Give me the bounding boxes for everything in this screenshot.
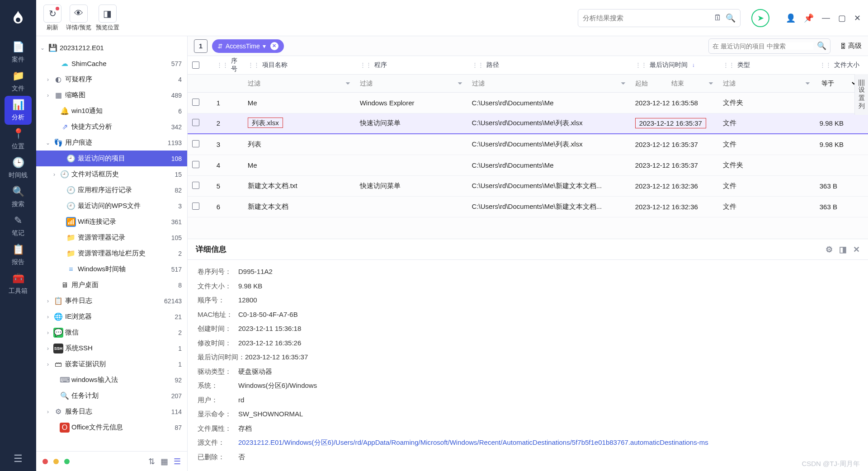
configure-columns[interactable]: ||||设置列 <box>854 74 868 115</box>
table-row[interactable]: 5新建文本文档.txt快速访问菜单C:\Users\rd\Documents\M… <box>188 175 868 196</box>
tree-item[interactable]: ›🗃嵌套证据识别1 <box>36 356 187 372</box>
funnel-icon[interactable]: ⏷ <box>708 80 714 87</box>
traffic-red-icon[interactable] <box>42 459 48 464</box>
drag-handle-icon[interactable]: ⋮⋮ <box>723 61 735 68</box>
row-checkbox[interactable] <box>192 161 199 168</box>
table-row[interactable]: 6新建文本文档C:\Users\rd\Documents\Me\新建文本文档..… <box>188 196 868 217</box>
column-header[interactable]: 程序 <box>374 61 387 69</box>
tree-item[interactable]: 🕘最近访问的项目108 <box>36 151 187 166</box>
rail-item-4[interactable]: 🕒时间线 <box>5 154 32 183</box>
table-row[interactable]: 1MeWindows ExplorerC:\Users\rd\Documents… <box>188 92 868 113</box>
pin-icon[interactable]: 📌 <box>804 13 814 23</box>
traffic-green-icon[interactable] <box>64 459 70 464</box>
filter-start[interactable] <box>635 80 669 87</box>
row-checkbox[interactable] <box>192 140 199 147</box>
global-search-input[interactable] <box>583 14 710 22</box>
funnel-icon[interactable]: ⏷ <box>805 80 811 87</box>
tree-item[interactable]: 🔍任务计划207 <box>36 388 187 404</box>
tree-item[interactable]: ⌄👣用户痕迹1193 <box>36 135 187 151</box>
detail-body[interactable]: 卷序列号：D995-11A2文件大小：9.98 KB顺序号：12800MAC地址… <box>188 260 868 471</box>
rail-item-0[interactable]: 📄案件 <box>5 38 32 67</box>
tree-item[interactable]: 🖥用户桌面8 <box>36 277 187 293</box>
tree-root[interactable]: ⌄ 💾 20231212.E01 <box>36 40 187 56</box>
sort-pill[interactable]: ⇵ AccessTime ▾ ✕ <box>212 39 284 53</box>
local-search-input[interactable] <box>712 42 813 50</box>
drag-handle-icon[interactable]: ⋮⋮ <box>217 61 228 68</box>
detail-preview-button[interactable]: 👁 <box>70 5 88 23</box>
tree-item[interactable]: ›◐可疑程序4 <box>36 71 187 87</box>
column-filter-input[interactable] <box>360 80 454 87</box>
tree-item[interactable]: 📁资源管理器地址栏历史2 <box>36 245 187 261</box>
refresh-button[interactable]: ↻ <box>43 5 61 23</box>
column-header[interactable]: 项目名称 <box>262 61 288 69</box>
advanced-button[interactable]: 🎛 高级 <box>840 42 862 50</box>
user-icon[interactable]: 👤 <box>786 13 796 23</box>
drag-handle-icon[interactable]: ⋮⋮ <box>635 61 647 68</box>
rail-item-7[interactable]: 📋报告 <box>5 240 32 269</box>
tree-item[interactable]: ›📋事件日志62143 <box>36 293 187 309</box>
pill-close-icon[interactable]: ✕ <box>270 42 278 50</box>
drag-handle-icon[interactable]: ⋮⋮ <box>820 61 831 68</box>
drag-handle-icon[interactable]: ⋮⋮ <box>472 61 484 68</box>
grid-icon[interactable]: ▦ <box>160 457 168 466</box>
rail-item-6[interactable]: ✎笔记 <box>5 212 32 240</box>
tree-item[interactable]: ⇗快捷方式分析342 <box>36 119 187 135</box>
rail-item-3[interactable]: 📍位置 <box>5 125 32 154</box>
filter-end[interactable] <box>671 80 705 87</box>
hamburger-icon[interactable]: ☰ <box>14 453 23 465</box>
tree-item[interactable]: OOffice文件元信息87 <box>36 419 187 435</box>
tree-scroll[interactable]: ⌄ 💾 20231212.E01 ☁ShimCache577›◐可疑程序4›▦缩… <box>36 36 187 451</box>
calendar-icon[interactable]: 🗓 <box>714 13 722 23</box>
filter-icon[interactable]: ⇅ <box>148 457 155 466</box>
maximize-icon[interactable]: ▢ <box>838 13 846 23</box>
select-all-checkbox[interactable] <box>192 61 199 69</box>
tab-chip[interactable]: 1 <box>194 39 208 53</box>
tree-item[interactable]: ≡Windows时间轴517 <box>36 261 187 277</box>
rail-item-1[interactable]: 📁文件 <box>5 67 32 96</box>
minimize-icon[interactable]: — <box>822 13 830 23</box>
row-checkbox[interactable] <box>192 119 199 126</box>
tree-item[interactable]: ☁ShimCache577 <box>36 56 187 71</box>
tree-item[interactable]: ›SSH系统SSH1 <box>36 340 187 356</box>
gear-icon[interactable]: ⚙ <box>826 245 833 254</box>
rail-item-8[interactable]: 🧰工具箱 <box>5 269 32 298</box>
preview-position-button[interactable]: ◨ <box>99 5 117 23</box>
funnel-icon[interactable]: ⏷ <box>345 80 351 87</box>
column-header[interactable]: 类型 <box>737 61 750 69</box>
rail-item-2[interactable]: 📊分析 <box>5 96 32 125</box>
search-icon[interactable]: 🔍 <box>726 13 736 23</box>
column-filter-input[interactable] <box>472 80 618 87</box>
funnel-icon[interactable]: ⏷ <box>457 80 463 87</box>
tree-item[interactable]: 📁资源管理器记录105 <box>36 230 187 245</box>
tree-item[interactable]: ›⚙服务日志114 <box>36 404 187 419</box>
tree-item[interactable]: ›💬微信2 <box>36 325 187 340</box>
column-filter-input[interactable] <box>248 80 342 87</box>
global-search[interactable]: 🗓 🔍 <box>578 9 741 27</box>
detail-value[interactable]: 20231212.E01/Windows(分区6)/Users/rd/AppDa… <box>238 438 708 446</box>
list-icon[interactable]: ☰ <box>174 457 181 466</box>
tree-item[interactable]: 📶Wifi连接记录361 <box>36 214 187 230</box>
tree-item[interactable]: 🕘最近访问的WPS文件3 <box>36 198 187 214</box>
tree-item[interactable]: ⌨windows输入法92 <box>36 372 187 388</box>
tree-item[interactable]: 🕘应用程序运行记录82 <box>36 182 187 198</box>
rail-item-5[interactable]: 🔍搜索 <box>5 183 32 212</box>
close-icon[interactable]: ✕ <box>854 13 861 23</box>
column-header[interactable]: 文件大小 <box>834 61 859 69</box>
panel-layout-icon[interactable]: ◨ <box>839 245 847 254</box>
table-row[interactable]: 2列表.xlsx快速访问菜单C:\Users\rd\Documents\Me\列… <box>188 113 868 134</box>
send-button[interactable]: ➤ <box>751 9 769 27</box>
drag-handle-icon[interactable]: ⋮⋮ <box>248 61 259 68</box>
tree-item[interactable]: ›▦缩略图489 <box>36 87 187 103</box>
row-checkbox[interactable] <box>192 99 199 106</box>
table-row[interactable]: 3列表C:\Users\rd\Documents\Me\列表.xlsx2023-… <box>188 134 868 155</box>
column-header[interactable]: 路径 <box>486 61 499 69</box>
column-filter-input[interactable] <box>723 80 802 87</box>
tree-item[interactable]: ›🌐IE浏览器21 <box>36 309 187 325</box>
funnel-icon[interactable]: ⏷ <box>620 80 626 87</box>
tree-item[interactable]: 🔔win10通知6 <box>36 103 187 119</box>
tree-item[interactable]: ›🕘文件对话框历史15 <box>36 166 187 182</box>
drag-handle-icon[interactable]: ⋮⋮ <box>360 61 372 68</box>
local-search[interactable]: 🔍 <box>708 38 830 54</box>
traffic-yellow-icon[interactable] <box>53 459 59 464</box>
filter-op[interactable]: 等于 <box>820 79 858 87</box>
